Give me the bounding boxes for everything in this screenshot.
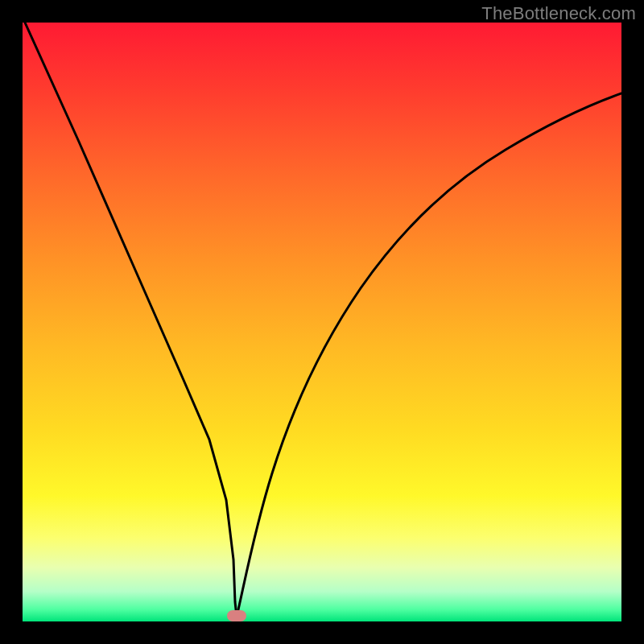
min-marker (227, 610, 246, 621)
bottleneck-curve (23, 23, 621, 621)
watermark-text: TheBottleneck.com (481, 3, 636, 24)
plot-area (23, 23, 621, 621)
chart-frame: TheBottleneck.com (0, 0, 644, 644)
